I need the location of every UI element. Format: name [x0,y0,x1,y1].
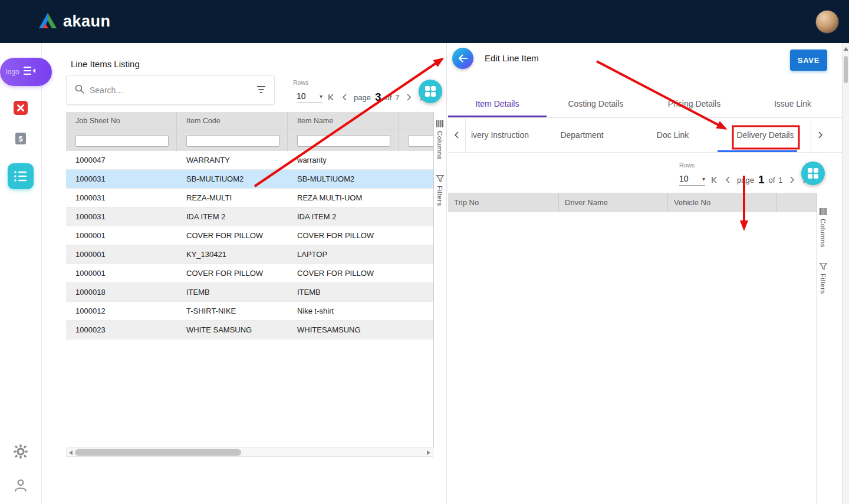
cell-item-name: WHITESAMSUNG [288,321,399,339]
cell-item-name: IDA ITEM 2 [288,207,399,226]
rows-per-page-select[interactable]: 10 ▾ [297,90,323,103]
tab-scroll-right[interactable] [811,118,828,152]
cell-item-code: COVER FOR PILLOW [177,226,288,245]
v-scrollbar-thumb[interactable] [844,56,848,83]
cell-job-sheet-no: 1000031 [66,207,177,226]
filters-rail-label: Filters [436,186,443,206]
current-page: 1 [758,173,765,186]
sidebar-item-line-items[interactable] [8,163,34,189]
current-page: 3 [375,91,381,104]
table-row[interactable]: 1000001 COVER FOR PILLOW COVER FOR PILLO… [66,226,433,245]
first-page-button[interactable] [325,92,336,103]
filter-input-job-sheet-no[interactable] [75,135,169,147]
tab-issue-link[interactable]: Issue Link [743,91,842,117]
table-row[interactable]: 1000018 ITEMB ITEMB [66,283,433,302]
cell-job-sheet-no: 1000001 [66,245,177,263]
user-avatar[interactable] [815,10,839,34]
pagination: page 1 of 1 [709,172,811,188]
scroll-up-arrow[interactable] [844,47,848,51]
columns-icon [436,120,443,127]
table-row[interactable]: 1000023 WHITE SAMSUNG WHITESAMSUNG [66,321,433,340]
tab-delivery-details[interactable]: Delivery Details [736,118,794,152]
tab-scroll-left[interactable] [448,118,466,152]
grid-icon [808,168,818,179]
brand-logo[interactable]: akaun [38,0,111,43]
table-row-selected[interactable]: 1000031 SB-MULTIUOM2 SB-MULTIUOM2 [66,170,433,189]
filter-input-item-name[interactable] [297,135,390,147]
prev-page-button[interactable] [723,174,733,185]
cell-item-code: REZA-MULTI [177,189,288,207]
next-page-button[interactable] [787,174,797,185]
table-row[interactable]: 1000031 IDA ITEM 2 IDA ITEM 2 [66,207,433,226]
scroll-left-arrow[interactable] [69,450,73,455]
h-scrollbar-thumb[interactable] [75,449,241,456]
grid-view-button[interactable] [419,80,442,103]
grid-icon [425,86,436,97]
sidebar-item-billing[interactable]: $ [14,131,28,146]
next-page-button[interactable] [403,92,414,103]
menu-open-icon [24,66,35,78]
page-title: Line Items Listing [71,59,140,69]
filters-rail-button[interactable]: Filters [436,175,444,206]
cell-item-name: COVER FOR PILLOW [288,226,399,245]
funnel-icon [436,175,444,182]
columns-rail-button[interactable]: Columns [436,120,443,160]
filter-input-item-code[interactable] [186,135,279,147]
tab-costing-details[interactable]: Costing Details [547,91,645,117]
tab-department[interactable]: Department [560,118,603,152]
prev-page-button[interactable] [340,92,350,103]
rows-per-page-label: Rows [293,79,308,86]
columns-rail-button[interactable]: Columns [820,208,827,248]
page-word: page [737,176,754,185]
table-row[interactable]: 1000001 COVER FOR PILLOW COVER FOR PILLO… [66,264,433,283]
edit-panel-title: Edit Line Item [485,53,539,63]
rows-per-page-value: 10 [679,174,689,183]
back-button[interactable] [452,48,473,69]
table-row[interactable]: 1000031 REZA-MULTI REZA MULTI-UOM [66,189,433,207]
tab-pricing-details[interactable]: Pricing Details [645,91,743,117]
tab-item-details[interactable]: Item Details [448,91,547,117]
table-header-row: Job Sheet No Item Code Item Name [66,112,433,130]
cell-job-sheet-no: 1000023 [66,321,177,339]
column-header-vehicle-no: Vehicle No [668,193,777,212]
cell-item-name: warranty [288,151,399,169]
rows-per-page-select[interactable]: 10 ▾ [679,172,705,186]
save-button[interactable]: SAVE [790,50,827,71]
secondary-tab-bar: ivery Instruction Department Doc Link De… [466,118,811,152]
funnel-icon [820,263,827,270]
gear-icon [13,444,28,459]
sidebar-item-settings[interactable] [12,443,29,460]
table-row[interactable]: 1000012 T-SHIRT-NIKE Nike t-shirt [66,302,433,321]
search-input[interactable] [90,85,251,95]
sidebar-menu-toggle[interactable]: logo [0,58,52,86]
cell-job-sheet-no: 1000031 [66,189,177,207]
tab-delivery-instruction[interactable]: ivery Instruction [471,118,529,152]
cell-job-sheet-no: 1000031 [66,170,177,188]
sidebar-item-red-app[interactable] [12,100,29,116]
table-filter-row [66,130,433,151]
table-row[interactable]: 1000001 KY_130421 LAPTOP [66,245,433,264]
table-side-rail: Columns Filters [433,112,446,447]
sidebar-item-profile[interactable] [13,477,28,493]
chevron-down-icon: ▾ [702,176,705,182]
filters-rail-button[interactable]: Filters [820,263,827,294]
arrow-back-icon [458,53,468,64]
cell-item-code: COVER FOR PILLOW [177,264,288,282]
first-page-button[interactable] [709,174,719,185]
column-header-driver-name: Driver Name [559,193,668,212]
scroll-right-arrow[interactable] [427,450,430,455]
of-word: of [386,93,392,102]
columns-rail-label: Columns [436,131,443,160]
person-icon [13,477,28,493]
grid-view-button[interactable] [801,162,825,185]
filter-list-icon[interactable] [256,85,266,95]
tab-doc-link[interactable]: Doc Link [657,118,689,152]
cell-item-name: SB-MULTIUOM2 [288,170,399,188]
columns-icon [820,208,827,215]
cell-job-sheet-no: 1000047 [66,151,177,169]
tab-bar-divider [448,152,842,153]
brand-name: akaun [63,12,111,31]
table-row[interactable]: 1000047 WARRANTY warranty [66,151,433,170]
filter-input-extra[interactable] [408,135,433,147]
cell-item-code: SB-MULTIUOM2 [177,170,288,188]
